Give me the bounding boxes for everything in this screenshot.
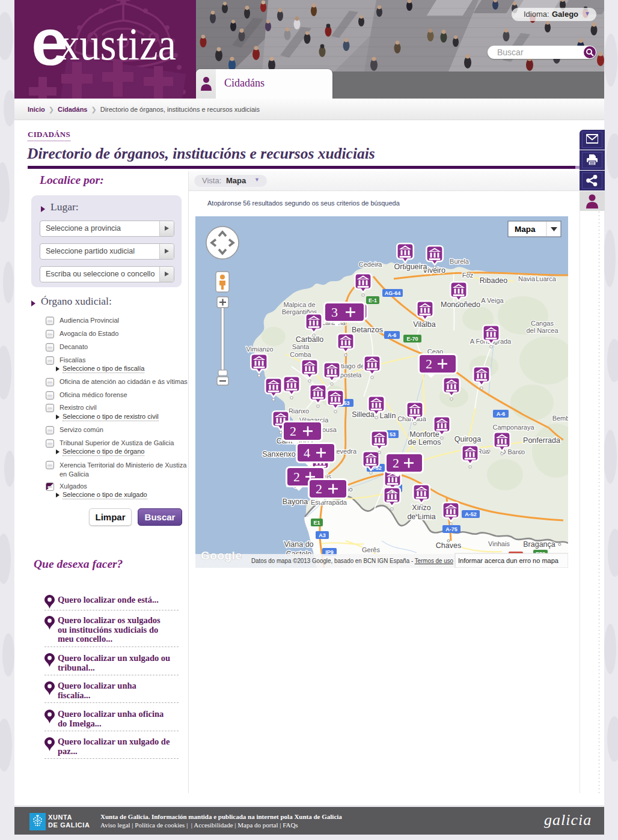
svg-text:Viana do: Viana do	[284, 540, 313, 549]
svg-text:Navia: Navia	[518, 275, 536, 282]
svg-text:Bayona: Bayona	[283, 498, 308, 506]
svg-text:Informar acerca dun erro no ma: Informar acerca dun erro no mapa	[458, 557, 559, 564]
svg-text:Betanzos: Betanzos	[352, 326, 383, 334]
svg-text:E-70: E-70	[406, 336, 418, 342]
svg-text:Rianxo: Rianxo	[289, 407, 309, 415]
svg-text:2: 2	[393, 455, 399, 470]
svg-text:Google: Google	[201, 549, 242, 562]
svg-text:de Limia: de Limia	[407, 513, 435, 521]
svg-text:A-52: A-52	[465, 511, 477, 517]
svg-text:A3: A3	[319, 532, 326, 538]
svg-text:E1: E1	[313, 520, 320, 526]
svg-text:A-6: A-6	[388, 332, 397, 338]
svg-text:Mapa: Mapa	[515, 225, 536, 234]
svg-text:Bemb: Bemb	[552, 415, 568, 422]
svg-text:Camponaraya: Camponaraya	[492, 424, 534, 431]
svg-text:Gerês: Gerês	[362, 546, 380, 553]
svg-text:Ortigueira: Ortigueira	[394, 263, 427, 271]
svg-text:2: 2	[426, 356, 432, 371]
svg-text:xustiza: xustiza	[59, 18, 176, 70]
svg-text:Sanxenxo: Sanxenxo	[262, 450, 296, 458]
svg-text:4: 4	[304, 445, 310, 460]
svg-text:2: 2	[316, 481, 322, 496]
svg-text:Chaves: Chaves	[436, 541, 461, 550]
svg-text:Vinhais: Vinhais	[488, 540, 510, 547]
svg-text:Carballo: Carballo	[296, 335, 324, 344]
svg-text:A-6: A-6	[497, 411, 506, 417]
svg-text:A Veiga: A Veiga	[481, 297, 504, 304]
svg-text:Comba: Comba	[290, 351, 311, 358]
svg-text:E-1: E-1	[369, 297, 377, 303]
svg-text:53: 53	[390, 431, 396, 437]
svg-text:2: 2	[290, 424, 296, 439]
svg-text:Lalín: Lalín	[379, 412, 396, 420]
svg-text:2: 2	[293, 469, 300, 484]
svg-text:Bragança: Bragança	[523, 540, 555, 549]
svg-text:Burela: Burela	[450, 258, 470, 265]
svg-text:Estarrapada: Estarrapada	[311, 499, 347, 506]
svg-text:Ribadeo: Ribadeo	[480, 276, 508, 285]
svg-text:Cangas: Cangas	[531, 320, 554, 327]
svg-text:AG-64: AG-64	[385, 290, 401, 296]
svg-text:de Lemos: de Lemos	[408, 438, 441, 446]
svg-text:Luarca: Luarca	[536, 275, 557, 282]
svg-text:A-75: A-75	[445, 526, 457, 532]
svg-text:3: 3	[331, 305, 338, 320]
svg-text:Datos do mapa ©2013 Google, ba: Datos do mapa ©2013 Google, basado en BC…	[251, 557, 453, 564]
svg-text:Quiroga: Quiroga	[454, 435, 482, 443]
svg-text:del Narcea: del Narcea	[526, 327, 558, 334]
svg-text:Ponferrada: Ponferrada	[523, 436, 560, 445]
svg-text:Santa: Santa	[292, 343, 310, 350]
svg-text:Mondoñedo: Mondoñedo	[441, 300, 480, 309]
svg-text:Malpica de: Malpica de	[283, 301, 315, 308]
